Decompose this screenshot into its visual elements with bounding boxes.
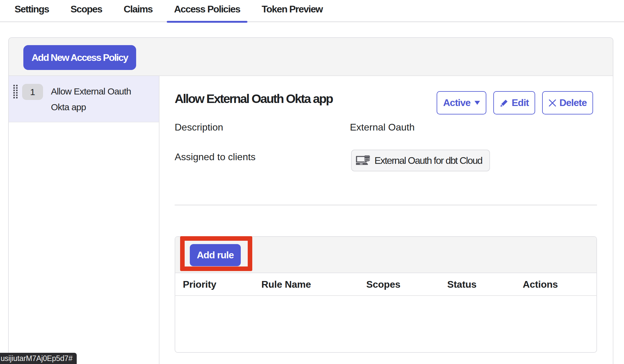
panel-toolbar: Add New Access Policy bbox=[9, 38, 613, 76]
pencil-icon bbox=[500, 98, 509, 108]
status-dropdown-label: Active bbox=[443, 97, 470, 108]
delete-button[interactable]: Delete bbox=[542, 91, 593, 114]
policies-list: 1 Allow External Oauth Okta app bbox=[9, 76, 159, 364]
client-chip: External Oauth for dbt Cloud bbox=[351, 150, 490, 171]
tab-access-policies[interactable]: Access Policies bbox=[167, 4, 247, 22]
policy-detail-pane: Allow External Oauth Okta app Active Edi… bbox=[159, 76, 613, 364]
chevron-down-icon bbox=[475, 101, 480, 105]
assigned-clients-label: Assigned to clients bbox=[175, 150, 350, 164]
page: Settings Scopes Claims Access Policies T… bbox=[0, 0, 624, 364]
delete-button-label: Delete bbox=[559, 97, 587, 108]
link-status-popup: usijiutarM7Aj0Ep5d7# bbox=[0, 353, 77, 364]
tab-token-preview[interactable]: Token Preview bbox=[254, 4, 330, 22]
add-new-access-policy-button[interactable]: Add New Access Policy bbox=[23, 45, 136, 70]
column-header-rule-name: Rule Name bbox=[261, 273, 311, 296]
client-app-icon bbox=[356, 155, 370, 166]
status-dropdown-button[interactable]: Active bbox=[437, 91, 486, 114]
policy-priority-badge: 1 bbox=[22, 84, 43, 100]
assigned-clients-row: Assigned to clients bbox=[175, 150, 597, 171]
add-rule-button[interactable]: Add rule bbox=[190, 244, 241, 266]
policy-name: Allow External Oauth Okta app bbox=[51, 84, 139, 115]
client-chip-label: External Oauth for dbt Cloud bbox=[374, 153, 482, 168]
column-header-priority: Priority bbox=[183, 273, 216, 296]
assigned-clients-value: External Oauth for dbt Cloud bbox=[350, 150, 490, 171]
edit-button-label: Edit bbox=[512, 97, 529, 108]
tab-settings[interactable]: Settings bbox=[7, 4, 56, 22]
rules-table-header: Priority Rule Name Scopes Status Actions bbox=[175, 273, 596, 296]
description-label: Description bbox=[175, 120, 350, 134]
tab-bar: Settings Scopes Claims Access Policies T… bbox=[0, 0, 624, 22]
drag-handle-icon[interactable] bbox=[13, 85, 18, 98]
section-divider bbox=[175, 205, 597, 205]
policy-actions: Active Edit bbox=[437, 91, 593, 114]
close-icon bbox=[549, 99, 556, 107]
panel-body: 1 Allow External Oauth Okta app Allow Ex… bbox=[9, 76, 613, 364]
rules-toolbar: Add rule bbox=[175, 237, 596, 273]
access-policies-panel: Add New Access Policy bbox=[8, 37, 613, 364]
description-value: External Oauth bbox=[350, 120, 414, 134]
column-header-scopes: Scopes bbox=[366, 273, 401, 296]
policy-detail-header: Allow External Oauth Okta app Active Edi… bbox=[175, 91, 593, 116]
tab-claims[interactable]: Claims bbox=[116, 4, 160, 22]
policy-list-item[interactable]: 1 Allow External Oauth Okta app bbox=[9, 76, 159, 122]
column-header-status: Status bbox=[447, 273, 477, 296]
rules-section: Add rule Priority Rule Name Scopes Statu… bbox=[175, 236, 597, 353]
policy-title: Allow External Oauth Okta app bbox=[175, 92, 333, 106]
rules-table-empty-body bbox=[175, 296, 596, 352]
tab-scopes[interactable]: Scopes bbox=[63, 4, 109, 22]
column-header-actions: Actions bbox=[523, 273, 558, 296]
edit-button[interactable]: Edit bbox=[493, 91, 535, 114]
policy-meta: Description External Oauth Assigned to c… bbox=[175, 120, 597, 171]
description-row: Description External Oauth bbox=[175, 120, 597, 134]
